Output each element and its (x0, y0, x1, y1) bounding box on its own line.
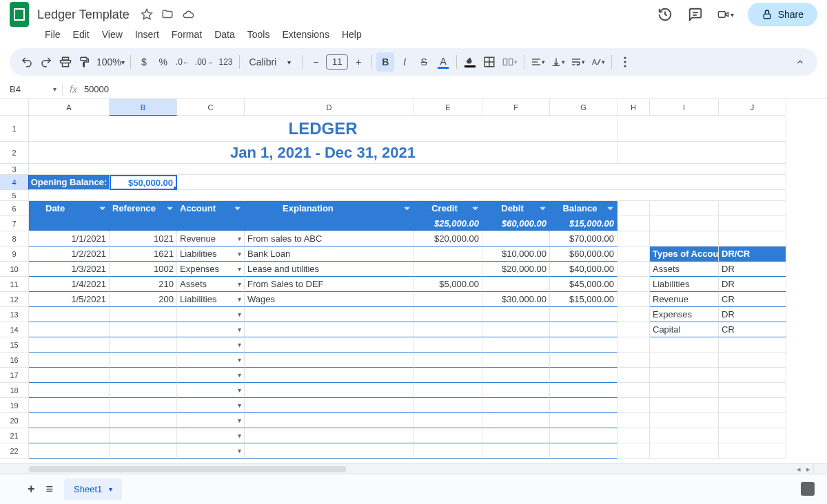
menu-insert[interactable]: Insert (129, 29, 165, 40)
row-header-18[interactable]: 18 (0, 383, 29, 398)
cell-ref[interactable] (110, 337, 177, 353)
side-drcr[interactable]: CR (719, 322, 786, 337)
history-icon[interactable] (657, 6, 673, 23)
cell-explanation[interactable] (245, 368, 414, 383)
cell-credit[interactable] (414, 262, 482, 277)
cell-debit[interactable] (482, 413, 550, 428)
row-header-12[interactable]: 12 (0, 292, 29, 307)
row-header-1[interactable]: 1 (0, 116, 29, 142)
cell-credit[interactable] (414, 292, 482, 307)
cell-debit[interactable] (482, 353, 550, 368)
col-ref[interactable]: Reference⏷ (110, 201, 177, 216)
cell-balance[interactable] (550, 428, 617, 443)
cell-account[interactable]: ▾ (177, 443, 245, 459)
cell-balance[interactable] (550, 307, 617, 322)
select-all-corner[interactable] (0, 99, 29, 116)
cell-blank[interactable] (719, 231, 786, 246)
cell-blank[interactable] (719, 337, 786, 353)
cell-debit[interactable] (482, 307, 550, 322)
row-header-19[interactable]: 19 (0, 398, 29, 413)
cell-blank[interactable] (650, 337, 719, 353)
cell-explanation[interactable]: From sales to ABC (245, 231, 414, 246)
row-header-13[interactable]: 13 (0, 307, 29, 322)
sheets-logo-icon[interactable] (10, 2, 29, 27)
cell-blank[interactable] (617, 368, 650, 383)
sum-debit[interactable]: $60,000.00 (482, 216, 550, 231)
cell-credit[interactable] (414, 246, 482, 262)
cell-credit[interactable] (414, 353, 482, 368)
menu-data[interactable]: Data (208, 29, 241, 40)
row-header-17[interactable]: 17 (0, 368, 29, 383)
cell-debit[interactable] (482, 337, 550, 353)
rotate-icon[interactable]: A▾ (589, 52, 607, 72)
cell-blank[interactable] (719, 383, 786, 398)
cell-blank[interactable] (617, 307, 650, 322)
cell-debit[interactable] (482, 428, 550, 443)
cell-balance[interactable] (550, 383, 617, 398)
side-drcr[interactable]: DR (719, 277, 786, 292)
side-type[interactable]: Capital (650, 322, 719, 337)
cell-account[interactable]: ▾ (177, 428, 245, 443)
row-header-15[interactable]: 15 (0, 337, 29, 353)
sheet-tab-1[interactable]: Sheet1▾ (64, 479, 122, 500)
undo-icon[interactable] (18, 52, 36, 72)
cell-balance[interactable]: $45,000.00 (550, 277, 617, 292)
cell-blank[interactable] (617, 142, 786, 164)
cell-blank[interactable] (617, 216, 650, 231)
cell-blank[interactable] (29, 216, 110, 231)
cell-debit[interactable] (482, 383, 550, 398)
more-icon[interactable] (616, 52, 634, 72)
col-header-E[interactable]: E (414, 99, 482, 116)
cell-blank[interactable] (719, 443, 786, 459)
row-header-2[interactable]: 2 (0, 142, 29, 164)
menu-help[interactable]: Help (336, 29, 368, 40)
cell-ref[interactable]: 1621 (110, 246, 177, 262)
name-box[interactable]: B4▾ (0, 84, 62, 94)
italic-icon[interactable]: I (396, 52, 414, 72)
cell-date[interactable] (29, 368, 110, 383)
cell-ref[interactable] (110, 383, 177, 398)
side-drcr[interactable]: DR (719, 307, 786, 322)
cell-date[interactable]: 1/5/2021 (29, 292, 110, 307)
formula-input[interactable]: 50000 (84, 84, 109, 94)
col-header-C[interactable]: C (177, 99, 245, 116)
cell-credit[interactable] (414, 337, 482, 353)
cell-blank[interactable] (617, 116, 786, 142)
cell-blank[interactable] (617, 398, 650, 413)
cell-blank[interactable] (617, 231, 650, 246)
cell-account[interactable]: ▾ (177, 413, 245, 428)
menu-extensions[interactable]: Extensions (276, 29, 335, 40)
row-header-8[interactable]: 8 (0, 231, 29, 246)
cell-explanation[interactable]: Lease and utilities (245, 262, 414, 277)
font-dropdown-icon[interactable]: ▾ (280, 52, 298, 72)
strike-icon[interactable]: S (415, 52, 433, 72)
opening-balance-label[interactable]: Opening Balance: (29, 175, 110, 190)
cell-balance[interactable]: $60,000.00 (550, 246, 617, 262)
cell-blank[interactable] (650, 443, 719, 459)
cell-balance[interactable] (550, 443, 617, 459)
cell-balance[interactable] (550, 322, 617, 337)
cell-ref[interactable]: 1021 (110, 231, 177, 246)
cell-blank[interactable] (719, 216, 786, 231)
col-header-A[interactable]: A (29, 99, 110, 116)
cell-credit[interactable] (414, 413, 482, 428)
cell-date[interactable] (29, 383, 110, 398)
cell-account[interactable]: Liabilities▾ (177, 246, 245, 262)
cell-date[interactable] (29, 443, 110, 459)
cell-credit[interactable]: $20,000.00 (414, 231, 482, 246)
cell-balance[interactable]: $40,000.00 (550, 262, 617, 277)
cell-blank[interactable] (29, 164, 786, 175)
cell-credit[interactable]: $5,000.00 (414, 277, 482, 292)
cell-account[interactable]: Revenue▾ (177, 231, 245, 246)
cell-debit[interactable]: $30,000.00 (482, 292, 550, 307)
cell-ref[interactable] (110, 322, 177, 337)
merge-icon[interactable]: ▾ (500, 52, 520, 72)
cell-explanation[interactable] (245, 443, 414, 459)
col-explanation[interactable]: Explanation⏷ (245, 201, 414, 216)
decrease-decimal-icon[interactable]: .0← (174, 52, 192, 72)
cell-explanation[interactable] (245, 428, 414, 443)
cell-account[interactable]: ▾ (177, 398, 245, 413)
cell-credit[interactable] (414, 398, 482, 413)
cell-ref[interactable] (110, 353, 177, 368)
cell-date[interactable] (29, 353, 110, 368)
